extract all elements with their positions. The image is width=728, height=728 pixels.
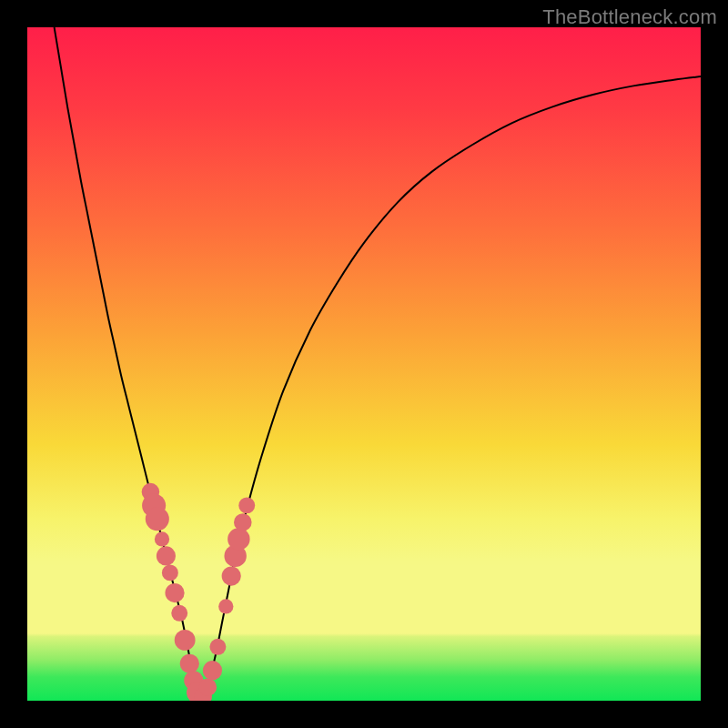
data-marker [203,661,222,680]
data-marker [218,599,233,613]
data-marker [146,507,169,531]
data-marker [155,531,169,546]
gradient-background [27,27,701,701]
data-marker [228,528,249,550]
data-marker [209,639,226,655]
data-marker [234,513,252,531]
data-marker [199,678,217,696]
bottleneck-chart [27,27,701,701]
data-marker [157,546,176,565]
data-marker [165,583,184,602]
data-marker [171,605,187,622]
data-marker [180,654,199,673]
plot-area-container [27,27,701,701]
data-marker [175,630,196,651]
data-marker [162,564,178,581]
chart-frame: TheBottleneck.com [0,0,728,728]
data-marker [222,567,241,586]
data-marker [238,497,255,513]
watermark-text: TheBottleneck.com [542,5,717,29]
